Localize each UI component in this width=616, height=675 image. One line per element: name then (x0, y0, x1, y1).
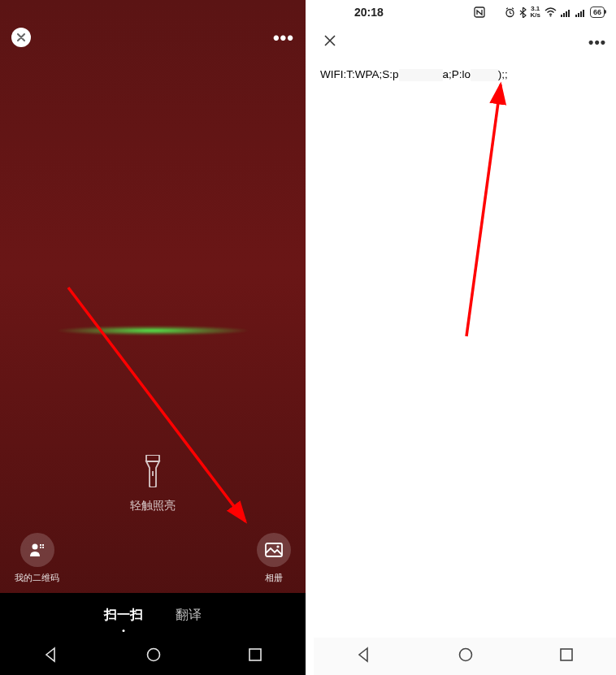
svg-rect-15 (561, 15, 562, 17)
close-x-icon (323, 34, 336, 47)
flashlight-button[interactable]: 轻触照亮 (130, 455, 176, 513)
signal-icon (561, 8, 571, 17)
svg-rect-22 (583, 10, 584, 17)
wifi-result-text: WIFI:T:WPA;S:pxxxxxxxxa;P:loxxxxx);; (320, 68, 508, 80)
album-icon (265, 543, 283, 557)
more-button-right[interactable]: ••• (588, 34, 606, 51)
recent-icon (248, 647, 262, 662)
scanner-screen: ••• 轻触照亮 (0, 0, 306, 675)
flashlight-icon (141, 455, 164, 487)
svg-rect-21 (580, 11, 582, 17)
svg-line-23 (466, 84, 501, 336)
bluetooth-icon (519, 7, 527, 18)
album-button[interactable]: 相册 (257, 533, 291, 584)
svg-rect-3 (40, 544, 41, 546)
home-icon (145, 647, 162, 663)
nav-back-button[interactable] (43, 647, 59, 666)
annotation-arrow-right (458, 76, 515, 344)
signal-icon (575, 8, 586, 17)
svg-rect-6 (42, 547, 44, 548)
svg-point-2 (32, 544, 37, 550)
screenshot-divider (306, 0, 314, 675)
redacted-password: xxxxx (471, 69, 498, 81)
svg-rect-11 (249, 649, 261, 660)
scan-laser-line (16, 321, 289, 340)
svg-rect-17 (566, 11, 567, 17)
svg-point-10 (148, 649, 160, 661)
result-screen: 20:18 3.1K/s 66 ••• WIFI:T:WPA;S:pxxxxxx… (314, 0, 616, 675)
battery-indicator: 66 (590, 6, 605, 18)
svg-rect-4 (42, 544, 44, 546)
nfc-icon (474, 6, 485, 18)
svg-rect-20 (578, 13, 579, 17)
svg-point-24 (459, 649, 471, 661)
tab-scan[interactable]: 扫一扫 (104, 604, 143, 627)
svg-rect-16 (563, 13, 565, 17)
svg-rect-18 (568, 10, 570, 17)
scanner-tabs: 扫一扫 翻译 (0, 593, 306, 638)
flashlight-label: 轻触照亮 (130, 499, 176, 513)
more-button-left[interactable]: ••• (273, 28, 294, 49)
svg-rect-25 (561, 649, 572, 660)
svg-rect-0 (146, 455, 159, 461)
my-qr-label: 我的二维码 (15, 572, 59, 584)
close-button-right[interactable] (323, 34, 336, 51)
recent-icon (559, 647, 574, 662)
my-qr-button[interactable]: 我的二维码 (15, 533, 59, 584)
network-speed: 3.1K/s (531, 6, 540, 19)
alarm-icon (505, 7, 515, 18)
wifi-icon (544, 7, 557, 17)
nav-home-button[interactable] (458, 647, 474, 666)
my-qr-icon (28, 541, 46, 559)
svg-point-14 (549, 15, 551, 17)
tab-translate[interactable]: 翻译 (176, 604, 202, 627)
nav-recent-button[interactable] (559, 647, 574, 665)
scan-result-content: WIFI:T:WPA;S:pxxxxxxxxa;P:loxxxxx);; (314, 60, 616, 638)
redacted-ssid: xxxxxxxx (399, 69, 443, 81)
status-bar: 20:18 3.1K/s 66 (314, 0, 616, 24)
close-button[interactable] (11, 28, 31, 47)
android-nav-bar-right (314, 638, 616, 675)
nav-home-button[interactable] (145, 647, 162, 666)
result-header: ••• (314, 24, 616, 60)
svg-rect-5 (40, 547, 41, 548)
nav-back-button[interactable] (356, 647, 372, 666)
scanner-bottom-actions: 我的二维码 相册 (0, 533, 306, 584)
back-icon (43, 647, 59, 663)
svg-rect-19 (575, 15, 577, 17)
close-icon (17, 33, 25, 41)
scanner-viewport: ••• 轻触照亮 (0, 0, 306, 593)
android-nav-bar-left (0, 638, 306, 675)
more-icon: ••• (273, 28, 294, 48)
more-icon: ••• (588, 34, 606, 50)
album-label: 相册 (265, 572, 283, 584)
nav-recent-button[interactable] (248, 647, 262, 665)
status-time: 20:18 (354, 6, 384, 19)
svg-point-8 (276, 545, 279, 547)
home-icon (458, 647, 474, 663)
back-icon (356, 647, 372, 663)
